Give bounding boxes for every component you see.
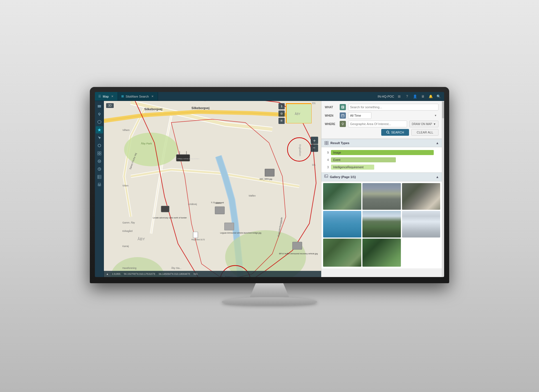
sidebar-btn-circle[interactable] <box>96 142 103 149</box>
draw-on-map-label: DRAW ON MAP <box>412 123 432 126</box>
svg-text:Silkeborgvej: Silkeborgvej <box>191 106 209 110</box>
monitor-icon[interactable]: 🖥 <box>420 94 426 99</box>
svg-text:Reported 3172: Reported 3172 <box>191 238 205 241</box>
svg-text:O1: O1 <box>312 163 316 166</box>
gallery-section: Gallery (Page 1/1) ▲ <box>321 172 442 268</box>
result-type-intel[interactable]: 3 IntelligenceRequirement <box>321 163 442 171</box>
svg-point-88 <box>342 123 344 124</box>
svg-rect-40 <box>265 169 275 176</box>
sidebar-btn-layers[interactable] <box>96 103 103 110</box>
tab-sitaware-label: SitaWare Search <box>125 95 149 98</box>
gallery-collapse[interactable]: ▲ <box>436 175 439 179</box>
clear-all-label: CLEAR ALL <box>417 131 433 134</box>
help-icon[interactable]: ? <box>404 94 410 99</box>
top-bar-right: IN-HQ-POC ⊞ ? 👤 🖥 🔔 🔍 <box>378 94 444 99</box>
sidebar-btn-video[interactable] <box>96 158 103 165</box>
svg-text:BPzV buffer-Armoured recovery : BPzV buffer-Armoured recovery vehicle.jp… <box>279 252 318 255</box>
sidebar-btn-print[interactable] <box>96 181 103 188</box>
tab-sitaware[interactable]: ⊞ SitaWare Search ✕ <box>118 92 158 101</box>
result-bar-event-container: Event <box>331 157 439 162</box>
when-select[interactable]: All Time Last Hour Last 24 Hours Last We… <box>348 112 371 119</box>
map-eye-btn[interactable]: 👁 <box>278 118 285 124</box>
map-area[interactable]: Åby Park Silkeborgvej Silkeborgvej <box>104 101 321 277</box>
result-types-collapse[interactable]: ▲ <box>436 141 439 145</box>
sidebar-btn-star[interactable] <box>96 126 103 133</box>
search-form: WHAT WHEN <box>321 101 442 139</box>
bell-icon[interactable]: 🔔 <box>428 94 433 99</box>
grid-icon[interactable]: ⊞ <box>396 94 402 99</box>
svg-text:Locate adversary units north o: Locate adversary units north of border <box>153 216 187 219</box>
result-type-event[interactable]: 4 Event <box>321 156 442 163</box>
svg-text:Møllev: Møllev <box>249 194 256 197</box>
monitor-stand-neck <box>250 283 289 297</box>
result-bar-intel-container: IntelligenceRequirement <box>331 165 439 170</box>
map-arrow-icon: ▲ <box>106 273 109 275</box>
draw-on-map-button[interactable]: DRAW ON MAP ▼ <box>409 121 438 127</box>
gallery-item-7[interactable] <box>323 239 361 267</box>
sidebar-btn-location[interactable] <box>96 110 103 118</box>
user-icon[interactable]: 👤 <box>412 94 418 99</box>
result-types-header: Result Types ▲ <box>321 139 442 147</box>
where-icon-box <box>340 121 346 127</box>
svg-rect-44 <box>215 207 225 214</box>
what-label: WHAT <box>325 106 337 109</box>
result-label-intel: IntelligenceRequirement <box>333 166 364 169</box>
when-row: WHEN All Time Last Hour Last 24 Hours La… <box>325 112 438 119</box>
gallery-header: Gallery (Page 1/1) ▲ <box>321 172 442 181</box>
where-input[interactable] <box>348 121 407 127</box>
map-controls-right: ℹ ⊕ 👁 <box>278 103 285 124</box>
what-row: WHAT <box>325 104 438 110</box>
search-icon[interactable]: 🔍 <box>436 94 441 99</box>
svg-text:Kirkegård: Kirkegård <box>122 230 133 232</box>
sidebar-btn-cursor[interactable] <box>96 134 103 141</box>
svg-marker-5 <box>98 128 101 132</box>
main-content: Åby Park Silkeborgvej Silkeborgvej <box>95 101 444 277</box>
svg-rect-42 <box>225 223 234 230</box>
gallery-title: Gallery (Page 1/1) <box>330 175 434 179</box>
search-button[interactable]: SEARCH <box>381 129 409 136</box>
tab-map[interactable]: ☰ Map ✕ <box>95 92 118 101</box>
svg-text:O1: O1 <box>312 102 316 105</box>
svg-point-3 <box>99 113 100 115</box>
result-types-list: 9 Image 4 <box>321 147 442 172</box>
sidebar-btn-shield[interactable] <box>96 118 103 126</box>
tab-map-close[interactable]: ✕ <box>110 94 114 98</box>
what-input[interactable] <box>348 104 438 110</box>
gallery-item-8[interactable] <box>362 239 401 267</box>
sitaware-icon: ⊞ <box>121 94 124 98</box>
hq-label: IN-HQ-POC <box>378 95 394 98</box>
gallery-item-3[interactable] <box>402 183 440 210</box>
svg-rect-52 <box>193 232 198 238</box>
sidebar-btn-table[interactable] <box>96 173 103 181</box>
svg-point-98 <box>325 175 326 176</box>
map-3d-button[interactable]: 3D <box>106 103 114 108</box>
sidebar-btn-grid[interactable] <box>96 150 103 157</box>
right-panel: WHAT WHEN <box>321 101 442 277</box>
gallery-item-1[interactable] <box>323 183 361 210</box>
when-select-wrapper: All Time Last Hour Last 24 Hours Last We… <box>348 112 438 119</box>
gallery-item-4[interactable] <box>323 211 361 237</box>
right-scrollbar[interactable] <box>442 101 444 277</box>
result-type-image[interactable]: 9 Image <box>321 149 442 156</box>
top-bar: ☰ Map ✕ ⊞ SitaWare Search ✕ IN-HQ-POC ⊞ … <box>95 92 444 101</box>
clear-all-button[interactable]: CLEAR ALL <box>411 129 438 136</box>
svg-text:Engbakken: Engbakken <box>299 144 302 156</box>
svg-text:Leguan Armoured vehicle-launch: Leguan Armoured vehicle-launched bridge.… <box>220 232 261 234</box>
svg-text:ÅBY: ÅBY <box>295 112 300 116</box>
when-select-arrow: ▼ <box>434 114 437 117</box>
hamburger-icon: ☰ <box>98 94 101 98</box>
map-scale: 1:9,855 <box>112 273 120 275</box>
result-types-icon <box>324 141 329 145</box>
draw-dropdown-arrow: ▼ <box>433 123 436 126</box>
svg-text:Silkeborgvej: Silkeborgvej <box>144 107 162 111</box>
map-layer-btn[interactable]: ⊕ <box>278 110 285 117</box>
gallery-item-6[interactable] <box>402 211 440 237</box>
gallery-item-5[interactable] <box>362 211 401 237</box>
monitor-wrapper: ☰ Map ✕ ⊞ SitaWare Search ✕ IN-HQ-POC ⊞ … <box>90 87 449 305</box>
gallery-item-2[interactable] <box>362 183 401 210</box>
svg-rect-0 <box>98 106 101 107</box>
map-info-btn[interactable]: ℹ <box>278 103 285 109</box>
when-icon-box <box>340 112 346 119</box>
sidebar-btn-clock[interactable] <box>96 165 103 173</box>
tab-sitaware-close[interactable]: ✕ <box>150 94 154 98</box>
